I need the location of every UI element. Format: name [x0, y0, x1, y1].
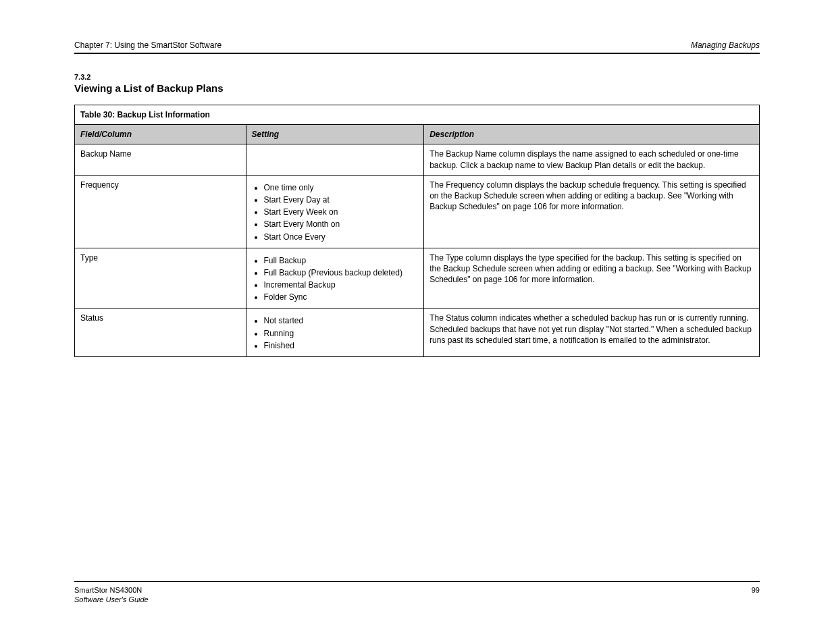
column-header-field: Field/Column — [75, 125, 246, 144]
cell-description: The Backup Name column displays the name… — [424, 144, 760, 175]
list-item: Full Backup (Previous backup deleted) — [264, 267, 419, 278]
list-item: Full Backup — [264, 255, 419, 266]
list-item: Not started — [264, 315, 419, 326]
list-item: Folder Sync — [264, 292, 419, 302]
table-row: Status Not started Running Finished The … — [75, 308, 760, 357]
section-heading: 7.3.2 Viewing a List of Backup Plans — [74, 73, 760, 94]
cell-field: Frequency — [75, 175, 246, 248]
chapter-line: Chapter 7: Using the SmartStor Software — [74, 41, 221, 50]
list-item: Incremental Backup — [264, 279, 419, 290]
column-header-description: Description — [424, 125, 760, 144]
cell-description: The Frequency column displays the backup… — [424, 175, 760, 248]
list-item: One time only — [264, 182, 419, 193]
list-item: Start Every Month on — [264, 219, 419, 230]
page-header: Chapter 7: Using the SmartStor Software … — [74, 41, 760, 54]
cell-setting: Not started Running Finished — [246, 308, 424, 357]
cell-field: Backup Name — [75, 144, 246, 175]
footer-doc-title: Software User's Guide — [74, 595, 760, 603]
table-title: Table 30: Backup List Information — [75, 105, 760, 125]
table-row: Frequency One time only Start Every Day … — [75, 175, 760, 248]
footer-page-number: 99 — [752, 586, 760, 594]
breadcrumb: Managing Backups — [691, 41, 760, 50]
page-footer: SmartStor NS4300N 99 Software User's Gui… — [74, 581, 760, 603]
list-item: Start Every Week on — [264, 207, 419, 217]
cell-description: The Status column indicates whether a sc… — [424, 308, 760, 357]
cell-description: The Type column displays the type specif… — [424, 248, 760, 308]
footer-product: SmartStor NS4300N — [74, 586, 142, 594]
list-item: Start Once Every — [264, 232, 419, 242]
cell-field: Type — [75, 248, 246, 308]
cell-field: Status — [75, 308, 246, 357]
list-item: Start Every Day at — [264, 194, 419, 205]
table-row: Backup Name The Backup Name column displ… — [75, 144, 760, 175]
column-header-setting: Setting — [246, 125, 424, 144]
backup-list-info-table: Table 30: Backup List Information Field/… — [74, 105, 760, 357]
cell-setting: Full Backup Full Backup (Previous backup… — [246, 248, 424, 308]
section-number: 7.3.2 — [74, 73, 760, 81]
table-row: Type Full Backup Full Backup (Previous b… — [75, 248, 760, 308]
list-item: Running — [264, 328, 419, 339]
list-item: Finished — [264, 340, 419, 351]
cell-setting — [246, 144, 424, 175]
cell-setting: One time only Start Every Day at Start E… — [246, 175, 424, 248]
section-title: Viewing a List of Backup Plans — [74, 82, 760, 94]
